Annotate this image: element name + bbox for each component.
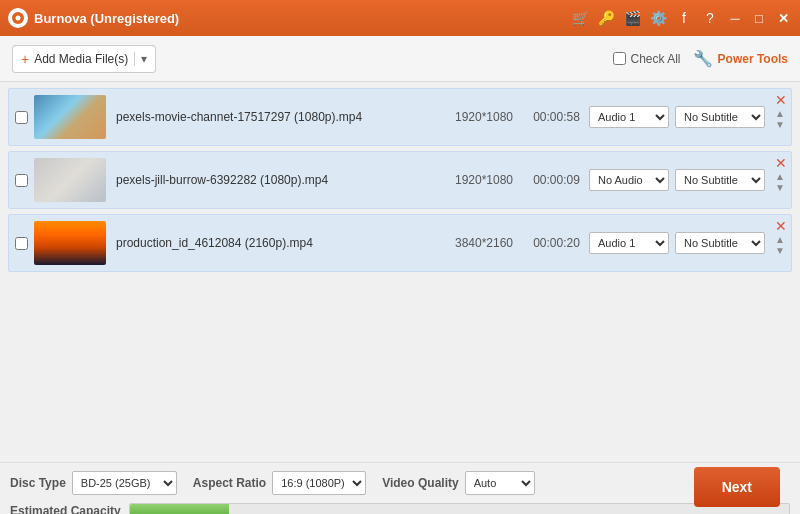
media-filename: pexels-movie-channet-17517297 (1080p).mp…	[116, 110, 444, 124]
aspect-ratio-label: Aspect Ratio	[193, 476, 266, 490]
media-subtitle-group: No SubtitleSubtitle 1	[675, 232, 765, 254]
media-thumbnail	[34, 158, 106, 202]
disc-type-select[interactable]: BD-25 (25GB) BD-50 (50GB) DVD-5 (4.7GB) …	[72, 471, 177, 495]
close-button[interactable]: ✕	[774, 9, 792, 27]
svg-point-1	[16, 16, 21, 21]
app-title: Burnova (Unregistered)	[34, 11, 570, 26]
cart-icon[interactable]: 🛒	[570, 8, 590, 28]
add-media-dropdown-arrow[interactable]: ▾	[134, 52, 147, 66]
aspect-ratio-select[interactable]: 16:9 (1080P) 4:3 16:9 (720P)	[272, 471, 366, 495]
media-resolution: 1920*1080	[444, 110, 524, 124]
move-up-icon[interactable]: ▲	[775, 172, 787, 182]
reorder-arrows: ▲ ▼	[775, 172, 787, 193]
settings-icon[interactable]: ⚙️	[648, 8, 668, 28]
video-quality-label: Video Quality	[382, 476, 458, 490]
maximize-button[interactable]: □	[750, 9, 768, 27]
disc-type-group: Disc Type BD-25 (25GB) BD-50 (50GB) DVD-…	[10, 471, 177, 495]
media-subtitle-group: No SubtitleSubtitle 1	[675, 106, 765, 128]
capacity-label: Estimated Capacity	[10, 504, 121, 514]
titlebar: Burnova (Unregistered) 🛒 🔑 🎬 ⚙️ f ? ─ □ …	[0, 0, 800, 36]
capacity-row: Estimated Capacity 2.5GB5GB7.5GB10GB12.5…	[10, 503, 790, 514]
reorder-arrows: ▲ ▼	[775, 235, 787, 256]
media-audio-group: Audio 1No AudioAudio 2	[589, 106, 669, 128]
media-row-controls: ✕ ▲ ▼	[775, 219, 787, 256]
check-all-checkbox[interactable]	[613, 52, 626, 65]
media-row-controls: ✕ ▲ ▼	[775, 93, 787, 130]
aspect-ratio-group: Aspect Ratio 16:9 (1080P) 4:3 16:9 (720P…	[193, 471, 366, 495]
audio-select[interactable]: Audio 1No AudioAudio 2	[589, 232, 669, 254]
move-up-icon[interactable]: ▲	[775, 109, 787, 119]
media-audio-group: Audio 1No AudioAudio 2	[589, 232, 669, 254]
capacity-bar: 2.5GB5GB7.5GB10GB12.5GB15GB17.5GB20GB22.…	[129, 503, 790, 514]
media-duration: 00:00:09	[524, 173, 589, 187]
facebook-icon[interactable]: f	[674, 8, 694, 28]
next-button[interactable]: Next	[694, 467, 780, 507]
move-down-icon[interactable]: ▼	[775, 120, 787, 130]
remove-icon[interactable]: ✕	[775, 93, 787, 107]
media-thumbnail	[34, 95, 106, 139]
add-media-label: Add Media File(s)	[34, 52, 128, 66]
help-icon[interactable]: ?	[700, 8, 720, 28]
bottombar-inner: Disc Type BD-25 (25GB) BD-50 (50GB) DVD-…	[10, 471, 790, 514]
wrench-icon: 🔧	[693, 49, 713, 68]
media-checkbox[interactable]	[15, 111, 28, 124]
minimize-button[interactable]: ─	[726, 9, 744, 27]
remove-icon[interactable]: ✕	[775, 219, 787, 233]
media-audio-group: Audio 1No AudioAudio 2	[589, 169, 669, 191]
subtitle-select[interactable]: No SubtitleSubtitle 1	[675, 232, 765, 254]
titlebar-controls: 🛒 🔑 🎬 ⚙️ f ? ─ □ ✕	[570, 8, 792, 28]
bottombar: Disc Type BD-25 (25GB) BD-50 (50GB) DVD-…	[0, 462, 800, 514]
media-checkbox[interactable]	[15, 174, 28, 187]
move-down-icon[interactable]: ▼	[775, 246, 787, 256]
disc-type-label: Disc Type	[10, 476, 66, 490]
media-list: pexels-movie-channet-17517297 (1080p).mp…	[0, 82, 800, 462]
subtitle-select[interactable]: No SubtitleSubtitle 1	[675, 169, 765, 191]
media-checkbox[interactable]	[15, 237, 28, 250]
video-quality-select[interactable]: Auto High Medium Low	[465, 471, 535, 495]
move-down-icon[interactable]: ▼	[775, 183, 787, 193]
media-resolution: 1920*1080	[444, 173, 524, 187]
toolbar-right: Check All 🔧 Power Tools	[613, 49, 788, 68]
table-row: pexels-jill-burrow-6392282 (1080p).mp4 1…	[8, 151, 792, 209]
media-row-controls: ✕ ▲ ▼	[775, 156, 787, 193]
power-tools-button[interactable]: 🔧 Power Tools	[693, 49, 788, 68]
table-row: production_id_4612084 (2160p).mp4 3840*2…	[8, 214, 792, 272]
check-all-label[interactable]: Check All	[613, 52, 681, 66]
bottom-options: Disc Type BD-25 (25GB) BD-50 (50GB) DVD-…	[10, 471, 790, 495]
film-icon[interactable]: 🎬	[622, 8, 642, 28]
media-resolution: 3840*2160	[444, 236, 524, 250]
media-filename: production_id_4612084 (2160p).mp4	[116, 236, 444, 250]
move-up-icon[interactable]: ▲	[775, 235, 787, 245]
media-subtitle-group: No SubtitleSubtitle 1	[675, 169, 765, 191]
media-duration: 00:00:58	[524, 110, 589, 124]
capacity-fill	[130, 504, 229, 514]
power-tools-label: Power Tools	[718, 52, 788, 66]
remove-icon[interactable]: ✕	[775, 156, 787, 170]
key-icon[interactable]: 🔑	[596, 8, 616, 28]
add-media-icon: +	[21, 51, 29, 67]
video-quality-group: Video Quality Auto High Medium Low	[382, 471, 534, 495]
add-media-button[interactable]: + Add Media File(s) ▾	[12, 45, 156, 73]
audio-select[interactable]: Audio 1No AudioAudio 2	[589, 169, 669, 191]
table-row: pexels-movie-channet-17517297 (1080p).mp…	[8, 88, 792, 146]
reorder-arrows: ▲ ▼	[775, 109, 787, 130]
media-filename: pexels-jill-burrow-6392282 (1080p).mp4	[116, 173, 444, 187]
media-duration: 00:00:20	[524, 236, 589, 250]
audio-select[interactable]: Audio 1No AudioAudio 2	[589, 106, 669, 128]
media-thumbnail	[34, 221, 106, 265]
subtitle-select[interactable]: No SubtitleSubtitle 1	[675, 106, 765, 128]
check-all-text: Check All	[631, 52, 681, 66]
toolbar: + Add Media File(s) ▾ Check All 🔧 Power …	[0, 36, 800, 82]
app-logo	[8, 8, 28, 28]
